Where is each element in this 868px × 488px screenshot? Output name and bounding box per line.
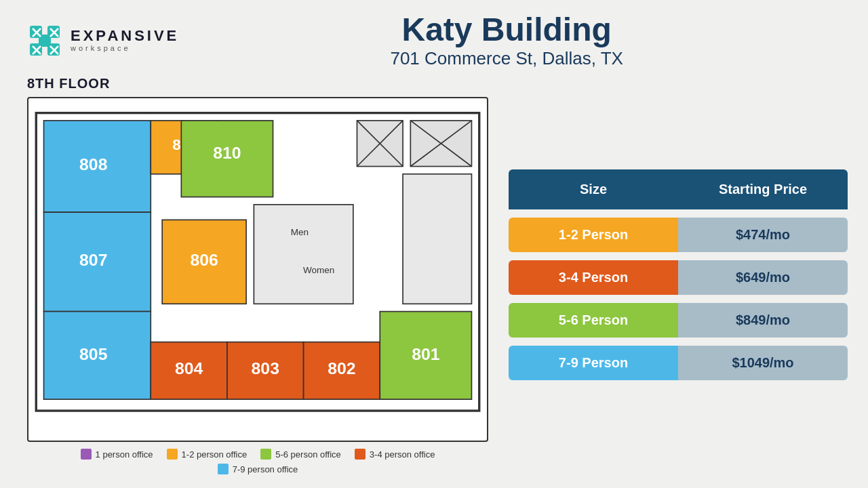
pricing-row-12person: 1-2 Person $474/mo [509,218,848,252]
pricing-row-79person: 7-9 Person $1049/mo [509,346,848,380]
svg-text:801: 801 [412,344,440,363]
building-address: 701 Commerce St, Dallas, TX [179,48,834,69]
logo-workspace-text: workspace [71,45,179,52]
logo-area: EXPANSIVE workspace [27,23,179,58]
size-cell-79person: 7-9 Person [509,346,678,380]
pricing-table: Size Starting Price 1-2 Person $474/mo 3… [509,169,848,380]
pricing-row-34person: 3-4 Person $649/mo [509,260,848,295]
price-cell-12person: $474/mo [678,218,848,252]
svg-text:810: 810 [213,144,241,162]
svg-text:807: 807 [79,251,107,269]
legend-swatch-1person [81,449,92,460]
spacer-row-1 [509,252,848,260]
legend-item-34person: 3-4 person office [355,449,435,460]
svg-text:Men: Men [291,227,309,237]
pricing-row-56person: 5-6 Person $849/mo [509,303,848,338]
logo-icon [27,23,62,58]
legend-swatch-56person [260,449,271,460]
price-cell-79person: $1049/mo [678,346,848,380]
svg-text:805: 805 [79,344,108,363]
spacer-row-0 [509,209,848,218]
floor-label: 8TH FLOOR [27,76,488,92]
spacer-row-2 [509,295,848,303]
price-cell-34person: $649/mo [678,260,848,295]
floor-plan-side: 8TH FLOOR 808 809 810 807 8 [27,76,488,474]
legend-label-79person: 7-9 person office [233,464,298,474]
legend-swatch-79person [218,464,229,474]
logo-expansive-text: EXPANSIVE [71,28,179,43]
svg-text:Women: Women [303,265,334,275]
svg-rect-24 [254,205,353,304]
legend-swatch-34person [355,449,366,460]
legend-item-56person: 5-6 person office [260,449,341,460]
header: EXPANSIVE workspace Katy Building 701 Co… [0,0,868,76]
legend-item-79person: 7-9 person office [218,464,298,474]
svg-text:804: 804 [175,359,203,378]
legend-item-1person: 1 person office [81,449,153,460]
legend-swatch-12person [167,449,178,460]
legend-item-12person: 1-2 person office [167,449,248,460]
size-cell-34person: 3-4 Person [509,260,678,295]
legend-label-34person: 3-4 person office [370,449,435,460]
svg-text:803: 803 [252,359,279,378]
svg-text:808: 808 [79,155,108,174]
svg-rect-43 [403,174,471,304]
legend: 1 person office 1-2 person office 5-6 pe… [27,449,488,474]
main-content: 8TH FLOOR 808 809 810 807 8 [0,76,868,488]
legend-label-1person: 1 person office [96,449,153,460]
price-cell-56person: $849/mo [678,303,848,338]
col-header-price: Starting Price [678,169,848,209]
building-name: Katy Building [179,12,834,48]
pricing-side: Size Starting Price 1-2 Person $474/mo 3… [509,76,848,474]
legend-label-56person: 5-6 person office [275,449,341,460]
building-title: Katy Building 701 Commerce St, Dallas, T… [179,12,834,69]
col-header-size: Size [509,169,678,209]
svg-text:802: 802 [328,359,355,378]
spacer-row-3 [509,338,848,346]
legend-label-12person: 1-2 person office [182,449,248,460]
logo-text: EXPANSIVE workspace [71,28,179,52]
floor-plan-container: 808 809 810 807 806 Men Women [27,97,488,442]
size-cell-56person: 5-6 Person [509,303,678,338]
floor-plan-svg: 808 809 810 807 806 Men Women [28,98,487,441]
size-cell-12person: 1-2 Person [509,218,678,252]
svg-text:806: 806 [190,251,218,269]
